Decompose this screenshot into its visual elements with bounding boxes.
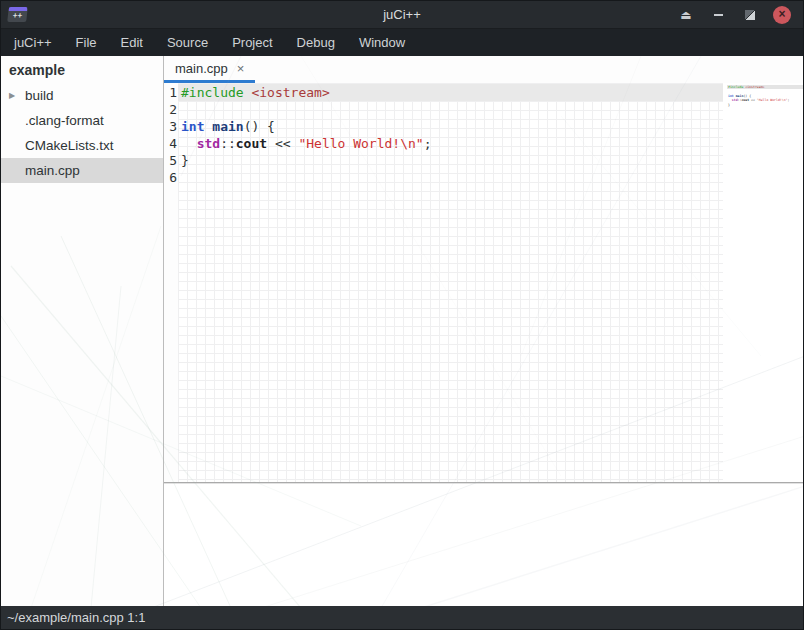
token-pl: [267, 136, 275, 151]
app-logo-icon: ++: [7, 7, 28, 22]
code-line-1: #include <iostream>: [178, 84, 723, 101]
tab-close-icon[interactable]: ×: [237, 62, 245, 75]
code-line-4: std::cout << "Hello World!\n";: [178, 135, 723, 152]
token-inc: <iostream>: [745, 85, 764, 89]
status-file-position: ~/example/main.cpp 1:1: [7, 610, 145, 625]
token-pre: #include: [181, 85, 244, 100]
file-tree-item-build[interactable]: ▶build: [1, 83, 163, 108]
token-pun: ;: [424, 136, 432, 151]
token-pun: () {: [743, 94, 751, 98]
menu-item-debug[interactable]: Debug: [285, 29, 347, 56]
menu-item-window[interactable]: Window: [347, 29, 417, 56]
line-number: 5: [166, 152, 177, 169]
token-fn: main: [212, 119, 243, 134]
juci-window: { "window": { "title": "juCi++", "contro…: [0, 0, 804, 630]
main-content: example ▶build.clang-formatCMakeLists.tx…: [1, 56, 803, 606]
code-line-2: [178, 101, 723, 118]
menu-item-project[interactable]: Project: [220, 29, 284, 56]
token-pun: () {: [244, 119, 275, 134]
statusbar: ~/example/main.cpp 1:1: [1, 606, 803, 629]
line-number-gutter: 123456: [164, 83, 178, 482]
tabbar: main.cpp ×: [164, 56, 803, 83]
sidebar-splitter[interactable]: [163, 56, 164, 606]
line-number: 3: [166, 118, 177, 135]
token-id: cout: [741, 98, 749, 102]
expander-arrow-icon[interactable]: ▶: [9, 83, 21, 108]
file-tree-item-label: main.cpp: [25, 163, 80, 178]
menu-item-file[interactable]: File: [64, 29, 109, 56]
maximize-button[interactable]: [741, 6, 759, 24]
token-pre: #include: [728, 85, 743, 89]
token-pun: }: [728, 103, 730, 107]
file-tree-item-label: .clang-format: [25, 113, 104, 128]
token-pun: ;: [788, 98, 790, 102]
minimize-button[interactable]: [709, 6, 727, 24]
window-controls: ⏏ ×: [677, 6, 803, 24]
shade-button[interactable]: ⏏: [677, 6, 695, 24]
token-pl: [181, 136, 197, 151]
token-pun: }: [181, 153, 189, 168]
file-tree-item-main-cpp[interactable]: main.cpp: [1, 158, 163, 183]
line-number: 4: [166, 135, 177, 152]
menu-item-edit[interactable]: Edit: [109, 29, 155, 56]
code-line-6: [178, 169, 723, 186]
line-number: 6: [166, 169, 177, 186]
token-ns: std: [197, 136, 220, 151]
code-line-5: }: [178, 152, 723, 169]
token-inc: <iostream>: [251, 85, 329, 100]
line-number: 1: [166, 84, 177, 101]
token-kw: int: [181, 119, 204, 134]
token-id: cout: [236, 136, 267, 151]
code-line-3: int main() {: [178, 118, 723, 135]
token-str: "Hello World!\n": [298, 136, 423, 151]
token-pun: <<: [275, 136, 291, 151]
titlebar: ++ juCi++ ⏏ ×: [1, 1, 803, 29]
menu-item-source[interactable]: Source: [155, 29, 220, 56]
line-number: 2: [166, 101, 177, 118]
token-pun: ::: [220, 136, 236, 151]
project-root-label: example: [1, 58, 163, 83]
code-text[interactable]: #include <iostream> int main() { std::co…: [178, 83, 723, 482]
editor-column: main.cpp × 123456 #include <iostream> in…: [164, 56, 803, 606]
file-tree: example ▶build.clang-formatCMakeLists.tx…: [1, 56, 163, 606]
tab-label: main.cpp: [175, 61, 228, 76]
code-line-6: [727, 107, 803, 111]
menubar: juCi++FileEditSourceProjectDebugWindow: [1, 29, 803, 56]
file-tree-item-label: build: [25, 88, 54, 103]
tab-main-cpp[interactable]: main.cpp ×: [164, 56, 255, 83]
file-tree-item-label: CMakeLists.txt: [25, 138, 114, 153]
file-tree-item--clang-format[interactable]: .clang-format: [1, 108, 163, 133]
maximize-icon: [745, 10, 755, 20]
close-button[interactable]: ×: [773, 6, 791, 24]
eject-icon: ⏏: [680, 9, 691, 21]
token-str: "Hello World!\n": [757, 98, 788, 102]
file-tree-item-cmakelists-txt[interactable]: CMakeLists.txt: [1, 133, 163, 158]
menu-item-juci[interactable]: juCi++: [2, 29, 64, 56]
code-editor[interactable]: 123456 #include <iostream> int main() { …: [164, 83, 803, 482]
minimize-icon: [714, 14, 723, 16]
terminal-panel[interactable]: [164, 484, 803, 606]
source-minimap[interactable]: #include <iostream> int main() { std::co…: [723, 83, 803, 482]
